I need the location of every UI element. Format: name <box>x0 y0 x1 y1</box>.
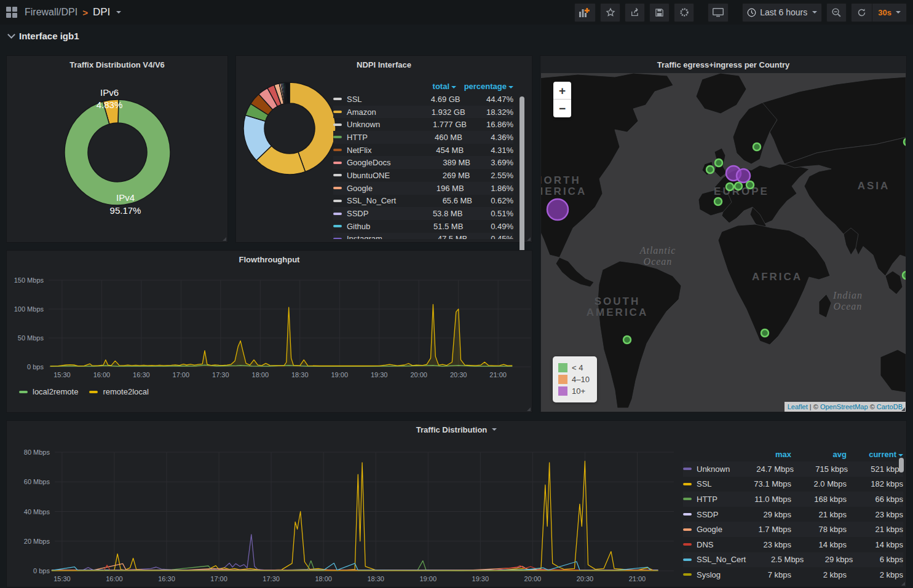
table-row: SSL_No_Cert65.6 MB0.62% <box>333 195 513 208</box>
apps-grid-icon[interactable] <box>6 7 17 18</box>
flowthroughput-legend: local2remoteremote2local <box>19 387 149 396</box>
column-percentage[interactable]: percentage <box>456 80 513 93</box>
settings-button[interactable] <box>674 3 694 22</box>
series-name[interactable]: NetFlix <box>347 146 371 155</box>
column-current[interactable]: current <box>847 448 903 461</box>
star-button[interactable] <box>600 3 620 22</box>
series-color-dash[interactable] <box>333 238 342 239</box>
osm-link[interactable]: OpenStreetMap <box>820 403 868 410</box>
series-percentage: 0.45% <box>467 234 513 239</box>
map-marker-green[interactable] <box>761 329 769 337</box>
leaflet-link[interactable]: Leaflet <box>788 403 808 410</box>
map-marker-green[interactable] <box>753 143 761 151</box>
map-marker-green[interactable] <box>623 336 631 343</box>
table-row: DNS23 kbps14 kbps14 kbps <box>683 537 903 552</box>
time-range-picker[interactable]: Last 6 hours <box>742 3 822 22</box>
svg-text:15:30: 15:30 <box>53 575 71 582</box>
series-name[interactable]: Google <box>347 184 373 193</box>
traffic-distribution-chart[interactable]: 0 bps20 Mbps40 Mbps60 Mbps80 Mbps15:3016… <box>7 421 680 587</box>
panel-title[interactable]: Traffix Distribution V4/V6 <box>7 56 227 73</box>
series-name[interactable]: Unknown <box>683 465 730 474</box>
series-name[interactable]: Unknown <box>347 120 380 129</box>
world-map[interactable]: NORTHAMERICAEUROPEASIAAFRICASOUTHAMERICA… <box>541 73 906 412</box>
map-marker-green[interactable] <box>746 181 754 189</box>
series-name[interactable]: Syslog <box>683 570 726 579</box>
series-name[interactable]: Amazon <box>347 108 376 117</box>
svg-text:20:00: 20:00 <box>410 371 427 378</box>
map-continent-label: AMERICA <box>541 186 587 197</box>
legend-item[interactable]: local2remote <box>19 387 78 396</box>
series-color-dash[interactable] <box>333 225 342 227</box>
map-legend-item: 10+ <box>558 385 590 397</box>
chevron-down-icon[interactable] <box>116 11 121 14</box>
series-color-dash[interactable] <box>333 136 342 138</box>
cartodb-link[interactable]: CartoDB <box>877 403 903 410</box>
series-color-dash[interactable] <box>333 111 342 113</box>
column-max[interactable]: max <box>726 448 791 461</box>
series-name[interactable]: Github <box>347 222 370 231</box>
refresh-button[interactable] <box>852 4 872 22</box>
svg-text:17:00: 17:00 <box>210 575 227 582</box>
map-marker-green[interactable] <box>904 138 906 146</box>
series-color-dash[interactable] <box>333 213 342 215</box>
series-color-dash <box>683 483 692 485</box>
table-row: GoogleDocs389 MB3.69% <box>333 156 513 169</box>
series-name[interactable]: Instagram <box>347 234 382 239</box>
add-panel-button[interactable] <box>574 3 596 22</box>
breadcrumb-dashboard[interactable]: DPI <box>93 6 110 18</box>
series-name[interactable]: SSL_No_Cert <box>347 196 396 205</box>
panel-title[interactable]: NDPI Interface <box>236 56 532 73</box>
save-button[interactable] <box>649 3 670 22</box>
ndpi-donut-chart[interactable] <box>236 73 341 242</box>
map-zoom-in-button[interactable]: + <box>553 82 571 100</box>
series-color-dash[interactable] <box>333 149 342 151</box>
ndpi-scrollbar[interactable] <box>520 96 524 255</box>
zoom-out-time-button[interactable] <box>826 3 847 22</box>
series-name[interactable]: GoogleDocs <box>347 158 391 167</box>
breadcrumb-folder[interactable]: Firewall/DPI <box>25 7 77 18</box>
series-color-dash[interactable] <box>333 98 342 100</box>
column-avg[interactable]: avg <box>791 448 847 461</box>
cycle-view-button[interactable] <box>708 3 729 22</box>
series-name[interactable]: SSDP <box>347 209 368 218</box>
series-name[interactable]: SSL <box>683 479 726 488</box>
traffic-legend-header: max avg current <box>683 448 903 461</box>
refresh-interval-picker[interactable]: 30s <box>872 4 906 22</box>
series-name[interactable]: Google <box>683 525 726 534</box>
map-marker-green[interactable] <box>706 166 714 173</box>
series-color-dash[interactable] <box>333 162 342 164</box>
series-color-dash[interactable] <box>333 200 342 202</box>
series-name[interactable]: HTTP <box>683 495 726 504</box>
svg-text:21:00: 21:00 <box>629 575 646 582</box>
map-marker-green[interactable] <box>903 272 906 279</box>
series-name[interactable]: SSL <box>347 95 362 104</box>
series-name[interactable]: UbuntuONE <box>347 171 390 180</box>
share-button[interactable] <box>625 3 645 22</box>
series-color-dash[interactable] <box>333 174 342 176</box>
series-name[interactable]: HTTP <box>347 133 368 142</box>
traffic-legend-scrollbar[interactable] <box>899 458 904 472</box>
legend-item[interactable]: remote2local <box>89 387 148 396</box>
map-marker-purple[interactable] <box>547 199 568 220</box>
row-header-interface-igb1[interactable]: Interface igb1 <box>9 31 79 41</box>
series-color-dash <box>683 543 692 546</box>
map-marker-green[interactable] <box>714 198 722 205</box>
map-zoom-out-button[interactable]: − <box>553 100 571 117</box>
series-color-dash[interactable] <box>333 123 342 126</box>
series-name[interactable]: DNS <box>683 540 726 549</box>
map-marker-green[interactable] <box>726 183 733 190</box>
table-row: SSDP29 kbps21 kbps23 kbps <box>683 507 903 522</box>
column-total[interactable]: total <box>350 80 456 93</box>
map-marker-purple[interactable] <box>737 169 750 182</box>
traffix-donut-chart[interactable] <box>7 73 227 242</box>
panel-title[interactable]: Traffic egress+ingress per Country <box>540 56 906 73</box>
series-color-dash[interactable] <box>333 187 342 189</box>
map-marker-green[interactable] <box>715 159 722 167</box>
series-name[interactable]: SSL_No_Cert <box>683 555 746 564</box>
map-marker-green[interactable] <box>735 182 742 190</box>
series-avg: 715 kbps <box>794 465 848 474</box>
series-percentage: 16.86% <box>467 120 513 129</box>
series-name[interactable]: SSDP <box>683 510 726 519</box>
series-total: 51.5 MB <box>370 222 463 231</box>
map-continent-label: AFRICA <box>752 271 802 283</box>
